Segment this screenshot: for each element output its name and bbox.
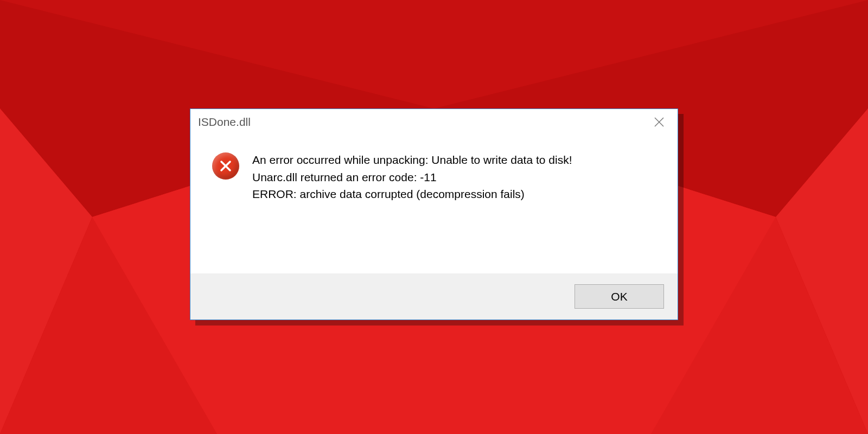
error-message-line: An error occurred while unpacking: Unabl…: [252, 151, 572, 169]
error-message-line: ERROR: archive data corrupted (decompres…: [252, 186, 572, 203]
dialog-title: ISDone.dll: [198, 116, 643, 129]
dialog-footer: OK: [190, 273, 678, 320]
error-message: An error occurred while unpacking: Unabl…: [239, 151, 572, 263]
dialog-titlebar[interactable]: ISDone.dll: [190, 109, 678, 135]
dialog-body: An error occurred while unpacking: Unabl…: [190, 135, 678, 273]
error-dialog-wrapper: ISDone.dll An error occurred while unpac…: [190, 108, 678, 320]
close-icon: [654, 117, 664, 127]
close-button[interactable]: [643, 109, 675, 135]
error-icon: [212, 152, 239, 180]
error-dialog: ISDone.dll An error occurred while unpac…: [190, 108, 678, 320]
error-message-line: Unarc.dll returned an error code: -11: [252, 169, 572, 186]
ok-button[interactable]: OK: [575, 284, 664, 309]
